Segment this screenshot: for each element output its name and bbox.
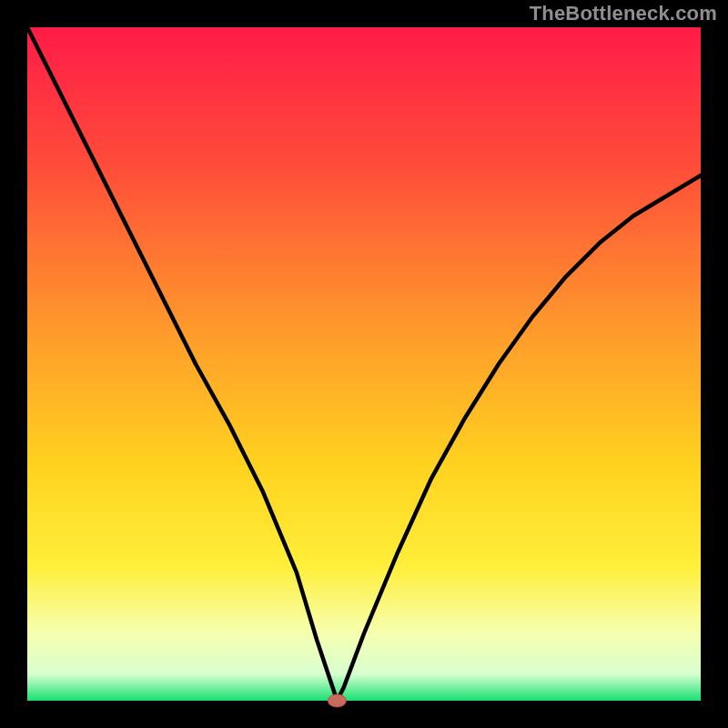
- bottleneck-chart: [0, 0, 728, 728]
- watermark-text: TheBottleneck.com: [530, 2, 717, 25]
- plot-background: [27, 27, 701, 701]
- chart-frame: { "watermark": "TheBottleneck.com", "col…: [0, 0, 728, 728]
- optimal-point-marker: [328, 694, 346, 707]
